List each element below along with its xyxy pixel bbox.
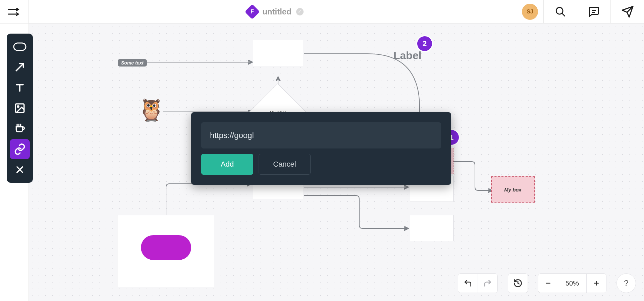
history-versions-button[interactable] <box>508 273 528 293</box>
text-icon <box>15 83 25 93</box>
tool-link[interactable] <box>10 139 30 159</box>
zoom-out-button[interactable] <box>538 273 558 293</box>
comments-button[interactable] <box>577 0 610 24</box>
link-url-input[interactable] <box>201 122 441 148</box>
history-group <box>458 273 498 293</box>
image-icon <box>14 102 25 114</box>
arrow-icon <box>14 62 25 73</box>
user-avatar[interactable]: SJ <box>522 4 538 20</box>
tool-arrow[interactable] <box>10 57 30 77</box>
close-icon <box>15 165 24 174</box>
link-icon <box>14 143 26 155</box>
undo-button[interactable] <box>458 273 478 293</box>
badge-2[interactable]: 2 <box>416 35 433 52</box>
owl-image[interactable]: 🦉 <box>138 99 165 121</box>
node-box-bottom-right[interactable] <box>410 215 453 241</box>
send-icon <box>621 5 634 18</box>
menu-icon <box>8 8 20 16</box>
app-logo: F <box>245 4 260 19</box>
svg-point-13 <box>17 106 19 107</box>
tool-shape[interactable] <box>10 37 30 57</box>
svg-line-9 <box>16 63 23 71</box>
help-button[interactable]: ? <box>616 273 636 293</box>
node-pill[interactable] <box>141 235 191 260</box>
link-modal: Add Cancel <box>191 112 451 185</box>
comment-icon <box>588 6 600 18</box>
menu-button[interactable] <box>0 0 29 24</box>
document-title[interactable]: untitled <box>262 7 291 16</box>
share-button[interactable] <box>610 0 644 24</box>
top-bar: F untitled ✓ SJ <box>0 0 644 24</box>
title-area: F untitled ✓ <box>29 6 522 17</box>
zoom-in-button[interactable] <box>587 273 606 293</box>
plus-icon <box>593 280 600 287</box>
versions-group <box>508 273 528 293</box>
tool-coffee[interactable] <box>10 119 30 139</box>
search-icon <box>555 6 566 17</box>
svg-line-3 <box>562 13 565 16</box>
add-button[interactable]: Add <box>201 154 253 175</box>
top-right-actions: SJ <box>522 0 644 24</box>
zoom-group: 50% <box>538 273 606 293</box>
redo-icon <box>483 279 492 288</box>
redo-button[interactable] <box>478 273 497 293</box>
svg-rect-8 <box>14 43 26 50</box>
node-box-top[interactable] <box>253 40 303 66</box>
tool-image[interactable] <box>10 98 30 118</box>
tool-palette <box>7 34 33 183</box>
bottom-controls: 50% ? <box>458 273 636 293</box>
undo-icon <box>464 279 472 288</box>
search-button[interactable] <box>543 0 577 24</box>
connector-label: Some text <box>118 59 147 67</box>
cancel-button[interactable]: Cancel <box>259 154 311 175</box>
tool-close[interactable] <box>10 160 30 180</box>
zoom-level[interactable]: 50% <box>558 280 586 287</box>
coffee-icon <box>14 123 25 134</box>
tool-text[interactable] <box>10 78 30 98</box>
node-dashed-box[interactable]: My box <box>491 176 535 203</box>
history-icon <box>513 278 523 288</box>
saved-indicator-icon: ✓ <box>296 8 304 15</box>
rounded-rect-icon <box>13 42 26 51</box>
minus-icon <box>545 280 551 287</box>
